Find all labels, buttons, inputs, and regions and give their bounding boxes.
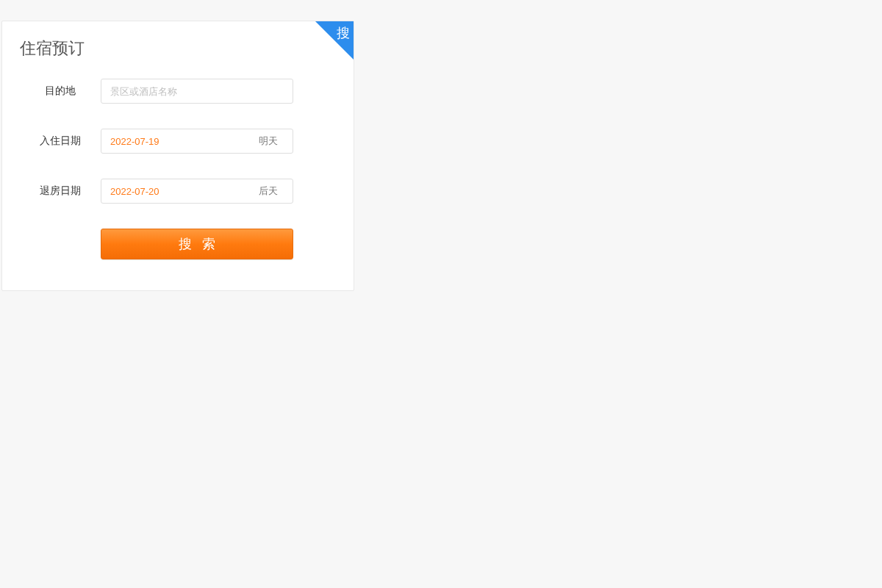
checkin-date-hint: 明天 [259,135,278,148]
checkin-label: 入住日期 [20,135,101,148]
button-row: 搜索 [20,229,336,259]
destination-input[interactable] [110,79,284,103]
card-title: 住宿预订 [20,37,336,60]
checkout-date-hint: 后天 [259,184,278,198]
checkout-row: 退房日期 2022-07-20 后天 [20,179,336,204]
corner-badge-text: 搜 [337,24,350,42]
checkin-date-value: 2022-07-19 [110,136,259,147]
checkin-row: 入住日期 2022-07-19 明天 [20,129,336,154]
checkout-date-value: 2022-07-20 [110,186,259,197]
booking-card: 搜 住宿预订 目的地 入住日期 2022-07-19 明天 退房日期 2022-… [1,21,354,291]
destination-field-wrapper [101,79,293,104]
checkout-field[interactable]: 2022-07-20 后天 [101,179,293,204]
checkin-field[interactable]: 2022-07-19 明天 [101,129,293,154]
destination-row: 目的地 [20,79,336,104]
corner-badge: 搜 [315,21,354,60]
search-button[interactable]: 搜索 [101,229,293,259]
checkout-label: 退房日期 [20,184,101,198]
destination-label: 目的地 [20,85,101,98]
